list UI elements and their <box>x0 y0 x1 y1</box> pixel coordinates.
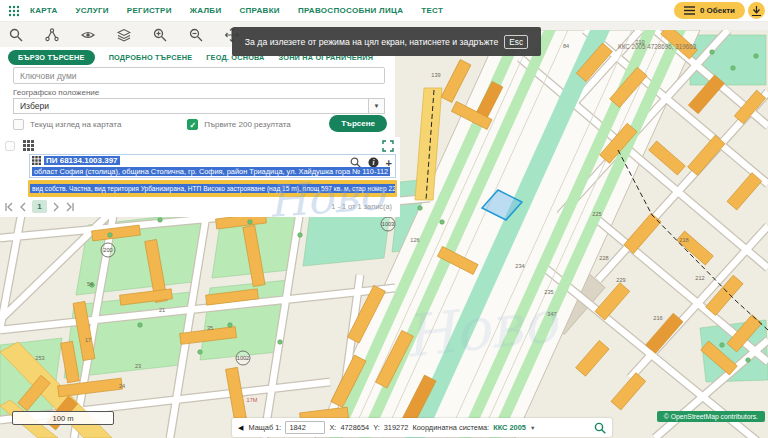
nav-item-registers[interactable]: РЕГИСТРИ <box>127 6 172 15</box>
quick-search-panel: БЪРЗО ТЪРСЕНЕ ПОДРОБНО ТЪРСЕНЕ ГЕОД. ОСН… <box>0 46 395 137</box>
apps-grid-icon[interactable] <box>8 5 20 17</box>
map-toolbar <box>0 22 240 47</box>
top-navigation-bar: КАРТА УСЛУГИ РЕГИСТРИ ЖАЛБИ СПРАВКИ ПРАВ… <box>0 0 768 22</box>
result-item[interactable]: ПИ 68134.1003.397 i + област София (стол… <box>29 154 396 178</box>
svg-text:54: 54 <box>87 281 93 287</box>
add-to-objects-icon[interactable]: + <box>386 158 392 168</box>
objects-counter-button[interactable]: 0 Обекти <box>674 2 745 19</box>
svg-text:347: 347 <box>547 311 556 317</box>
geo-select-value: Избери <box>14 101 368 111</box>
svg-text:23: 23 <box>135 363 141 369</box>
main-menu: КАРТА УСЛУГИ РЕГИСТРИ ЖАЛБИ СПРАВКИ ПРАВ… <box>30 6 443 15</box>
svg-text:216: 216 <box>653 315 662 321</box>
first-200-results-label: Първите 200 резултата <box>204 120 290 129</box>
svg-text:139: 139 <box>431 72 440 78</box>
keywords-input[interactable] <box>13 67 385 84</box>
coordinate-search-icon[interactable] <box>594 422 606 434</box>
hamburger-icon <box>684 6 695 15</box>
fullscreen-exit-text: За да излезете от режима на цял екран, н… <box>245 37 498 47</box>
svg-text:126: 126 <box>410 237 419 243</box>
download-button[interactable] <box>748 2 765 19</box>
nav-item-test[interactable]: ТЕСТ <box>421 6 443 15</box>
crs-value[interactable]: ККС 2005 <box>493 423 526 432</box>
previous-page-icon[interactable] <box>18 202 28 212</box>
geographic-location-select[interactable]: Избери ▼ <box>13 98 385 114</box>
svg-text:229: 229 <box>616 277 625 283</box>
current-page-button[interactable]: 1 <box>32 200 47 213</box>
zoom-in-icon[interactable] <box>153 28 167 42</box>
scale-input[interactable] <box>285 421 325 434</box>
expand-results-icon[interactable] <box>382 140 394 152</box>
x-coordinate-value: 4728654 <box>340 423 369 432</box>
collapse-statusbar-icon[interactable]: ◀ <box>238 424 243 432</box>
search-icon[interactable] <box>9 28 23 42</box>
current-map-view-checkbox[interactable] <box>13 119 24 130</box>
svg-text:235: 235 <box>544 289 553 295</box>
y-coordinate-value: 319272 <box>384 423 409 432</box>
tab-quick-search[interactable]: БЪРЗО ТЪРСЕНЕ <box>8 50 95 65</box>
objects-counter-label: 0 Обекти <box>700 6 735 15</box>
layers-icon[interactable] <box>117 28 131 42</box>
parcel-grid-icon <box>32 156 41 165</box>
nav-item-references[interactable]: СПРАВКИ <box>239 6 279 15</box>
nav-item-map[interactable]: КАРТА <box>30 6 58 15</box>
svg-text:218: 218 <box>679 237 688 243</box>
nav-item-licensed-persons[interactable]: ПРАВОСПОСОБНИ ЛИЦА <box>298 6 403 15</box>
result-address: област София (столица), община Столична,… <box>32 167 390 176</box>
scale-label: Мащаб 1: <box>248 423 281 432</box>
nav-item-complaints[interactable]: ЖАЛБИ <box>190 6 222 15</box>
osm-attribution[interactable]: © OpenStreetMap contributors. <box>657 411 765 422</box>
visibility-icon[interactable] <box>81 28 95 42</box>
kais-map-application: 1398421012622522822923423534721821621221… <box>0 0 768 438</box>
svg-text:200: 200 <box>103 247 112 253</box>
download-arrow-icon <box>752 6 761 16</box>
map-cursor-coordinates: ККС 2005 4728696, 319663 <box>618 43 696 50</box>
svg-text:1003: 1003 <box>382 221 394 227</box>
current-map-view-label: Текущ изглед на картата <box>30 120 121 129</box>
nav-item-services[interactable]: УСЛУГИ <box>76 6 109 15</box>
crs-dropdown-icon[interactable]: ▼ <box>530 425 535 431</box>
x-coordinate-label: X: <box>329 423 336 432</box>
first-200-results-checkbox[interactable]: ✓ <box>187 119 198 130</box>
svg-text:253: 253 <box>35 355 44 361</box>
svg-text:24: 24 <box>119 383 125 389</box>
zoom-out-icon[interactable] <box>189 28 203 42</box>
result-details-text: вид собств. Частна, вид територия Урбани… <box>30 184 395 193</box>
svg-text:35: 35 <box>207 325 213 331</box>
svg-text:84: 84 <box>563 43 569 49</box>
crs-label: Координатна система: <box>412 423 489 432</box>
pagination: 1 1 - 1 от 1 запис(а) <box>4 200 396 213</box>
map-scale-bar: 100 m <box>12 411 114 425</box>
select-all-checkbox[interactable] <box>5 141 15 151</box>
fullscreen-exit-tooltip: За да излезете от режима на цял екран, н… <box>232 27 541 56</box>
svg-text:21: 21 <box>159 307 165 313</box>
svg-text:17: 17 <box>85 337 91 343</box>
select-features-icon[interactable] <box>45 28 59 42</box>
next-page-icon[interactable] <box>51 202 61 212</box>
svg-text:228: 228 <box>599 255 608 261</box>
map-status-bar: ◀ Мащаб 1: X: 4728654 Y: 319272 Координа… <box>232 418 612 437</box>
result-details-band[interactable]: вид собств. Частна, вид територия Урбани… <box>28 180 397 197</box>
y-coordinate-label: Y: <box>373 423 380 432</box>
svg-text:225: 225 <box>592 211 601 217</box>
last-page-icon[interactable] <box>65 202 75 212</box>
first-page-icon[interactable] <box>4 202 14 212</box>
esc-key-badge: Esc <box>504 35 528 49</box>
tab-detailed-search[interactable]: ПОДРОБНО ТЪРСЕНЕ <box>109 53 193 62</box>
svg-text:17М: 17М <box>247 397 258 403</box>
search-results-panel: ПИ 68134.1003.397 i + област София (стол… <box>0 137 400 217</box>
results-header <box>5 140 34 151</box>
grid-view-icon[interactable] <box>23 140 34 151</box>
result-parcel-id: ПИ 68134.1003.397 <box>44 156 120 165</box>
pagination-summary: 1 - 1 от 1 запис(а) <box>331 202 396 211</box>
geographic-location-label: Географско положение <box>13 88 99 97</box>
svg-text:212: 212 <box>695 275 704 281</box>
svg-text:234: 234 <box>515 263 524 269</box>
svg-text:1002: 1002 <box>237 355 249 361</box>
search-button[interactable]: Търсене <box>329 115 387 132</box>
chevron-down-icon[interactable]: ▼ <box>368 99 384 113</box>
